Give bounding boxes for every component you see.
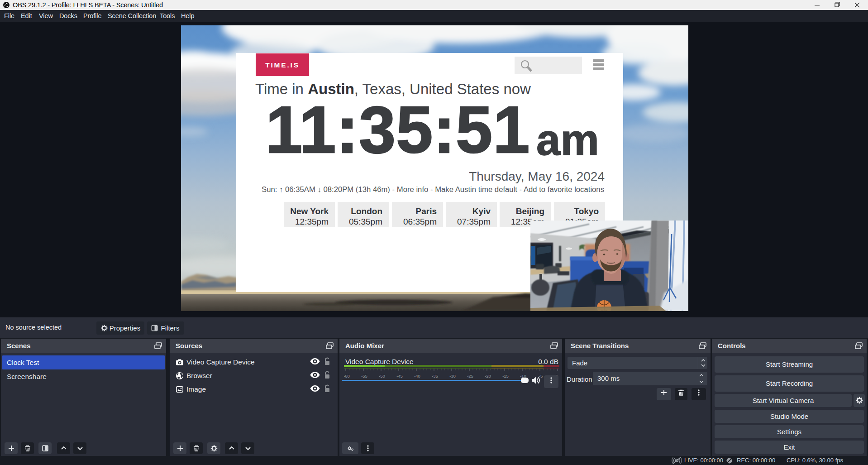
svg-text:-60: -60: [344, 374, 350, 379]
svg-text:-20: -20: [485, 374, 491, 379]
svg-text:-35: -35: [432, 374, 438, 379]
svg-text:-45: -45: [396, 374, 403, 379]
svg-text:-55: -55: [361, 374, 367, 379]
svg-text:-30: -30: [449, 374, 456, 379]
svg-text:-40: -40: [414, 374, 420, 379]
svg-text:-25: -25: [467, 374, 473, 379]
svg-text:-50: -50: [379, 374, 385, 379]
svg-text:-15: -15: [502, 374, 509, 379]
